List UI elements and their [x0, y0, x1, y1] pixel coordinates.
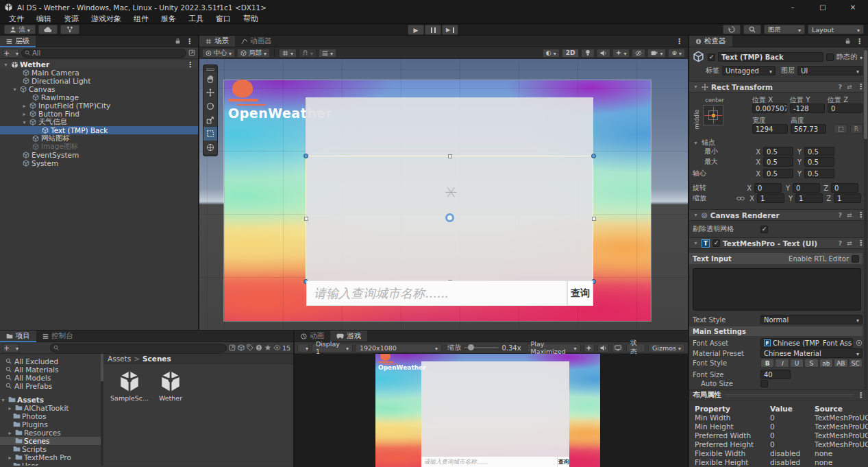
breadcrumb-root[interactable]: Assets: [108, 355, 131, 363]
rect-transform-header[interactable]: ▾ Rect Transform ?: [689, 81, 868, 93]
rect-tool-button[interactable]: [203, 127, 217, 141]
gameobject-big-icon[interactable]: [693, 51, 705, 63]
search-city-button[interactable]: 查询: [557, 457, 569, 467]
layout-properties-header[interactable]: 布局属性: [689, 390, 868, 400]
tree-item[interactable]: ▸Resources: [7, 429, 61, 437]
help-icon[interactable]: ?: [839, 84, 842, 91]
tree-item[interactable]: Plugins: [13, 420, 48, 429]
play-maximized-dropdown[interactable]: Play Maximized: [527, 344, 581, 352]
pause-button[interactable]: [425, 25, 441, 35]
hierarchy-item[interactable]: EventSystem: [0, 151, 198, 159]
collapse-arrow-icon[interactable]: ▸: [7, 405, 13, 411]
raw-edit-button[interactable]: R: [850, 124, 863, 134]
object-name-field[interactable]: Text (TMP) Back: [718, 52, 823, 62]
menu-services[interactable]: 服务: [155, 14, 182, 24]
collapse-arrow-icon[interactable]: ▸: [21, 103, 27, 109]
object-picker-icon[interactable]: [856, 339, 863, 346]
width-field[interactable]: 1294: [752, 124, 788, 134]
selection-edge-handle[interactable]: [448, 154, 452, 158]
hierarchy-item[interactable]: ▸InputField (TMP)City: [0, 101, 198, 110]
anchor-min-x-field[interactable]: 0.5: [763, 147, 793, 156]
close-button[interactable]: ×: [838, 0, 868, 14]
selection-handle[interactable]: [591, 154, 596, 158]
hierarchy-item[interactable]: 网站图标: [0, 134, 198, 143]
display-dropdown[interactable]: Display 1: [312, 344, 353, 352]
main-settings-subheader[interactable]: Main Settings: [689, 326, 863, 336]
tab-scene[interactable]: 场景: [199, 36, 235, 47]
tab-console[interactable]: 控制台: [36, 331, 79, 342]
expand-arrow-icon[interactable]: ▾: [3, 62, 9, 68]
font-asset-field[interactable]: F Chinese (TMP_Font Asset): [760, 338, 853, 348]
scene-visibility-button[interactable]: [632, 49, 645, 58]
hierarchy-item[interactable]: System: [0, 159, 198, 167]
pos-x-field[interactable]: 0.0075073: [752, 104, 787, 113]
hierarchy-item-selected[interactable]: Text (TMP) Back: [0, 126, 198, 134]
tree-item[interactable]: ▸AIChatTookit: [7, 404, 69, 412]
tree-item[interactable]: Scripts: [13, 445, 47, 453]
expand-arrow-icon[interactable]: ▾: [693, 240, 699, 246]
pos-z-field[interactable]: 0: [828, 104, 863, 113]
resolution-dropdown[interactable]: 1920x1080: [356, 344, 442, 352]
hidden-warning-icon[interactable]: [256, 344, 262, 351]
tree-item[interactable]: User: [13, 462, 38, 466]
hierarchy-item-disabled[interactable]: Image图标: [0, 143, 198, 151]
global-search-button[interactable]: [743, 25, 761, 34]
asset-labels-icon[interactable]: [247, 344, 253, 351]
static-checkbox[interactable]: [826, 53, 834, 61]
camera-settings-dropdown[interactable]: [647, 49, 666, 58]
anchor-max-y-field[interactable]: 0.5: [804, 157, 834, 167]
city-input-field[interactable]: 请输入查询城市名称......: [421, 457, 557, 467]
grid-snapping-dropdown[interactable]: [279, 49, 297, 58]
create-button[interactable]: +: [3, 49, 19, 58]
expand-arrow-icon[interactable]: ▾: [693, 84, 699, 90]
selection-handle[interactable]: [303, 154, 308, 158]
rotation-y-field[interactable]: 0: [793, 183, 820, 193]
overlay-drag-handle[interactable]: [203, 67, 217, 72]
account-button[interactable]: 流: [4, 25, 36, 34]
scene-options-icon[interactable]: [186, 60, 194, 69]
tab-inspector[interactable]: 检查器: [689, 36, 732, 47]
tree-item[interactable]: ▸TextMesh Pro: [7, 453, 71, 462]
hierarchy-item[interactable]: ▾天气信息: [0, 118, 198, 126]
play-focus-dropdown[interactable]: [297, 344, 309, 352]
cull-transparent-mesh-checkbox[interactable]: [760, 226, 768, 233]
lock-icon[interactable]: [845, 38, 851, 45]
gizmos-dropdown[interactable]: Gizmos: [648, 344, 685, 352]
tool-handle-space-dropdown[interactable]: 局部: [237, 49, 270, 58]
stats-button[interactable]: 状态: [626, 344, 645, 352]
hierarchy-search-text[interactable]: All: [32, 49, 40, 57]
collapse-arrow-icon[interactable]: ▸: [21, 111, 27, 117]
hierarchy-item[interactable]: Directional Light: [0, 77, 198, 85]
game-viewport[interactable]: OpenWeather 请输入查询城市名称...... 查询: [295, 354, 688, 467]
hierarchy-item[interactable]: Main Camera: [0, 69, 198, 77]
scale-slider-thumb[interactable]: [468, 344, 474, 350]
tab-hierarchy[interactable]: 层级: [0, 36, 36, 47]
tmp-header[interactable]: ▾ T TextMeshPro - Text (UI) ?: [689, 237, 868, 249]
pivot-x-field[interactable]: 0.5: [763, 169, 793, 178]
scene-viewport[interactable]: OpenWeather 请输入查询城市名称......: [199, 59, 688, 330]
blueprint-mode-button[interactable]: [834, 124, 847, 134]
minimize-button[interactable]: –: [778, 0, 808, 14]
layers-dropdown[interactable]: 图层: [764, 25, 805, 34]
panel-menu-icon[interactable]: [186, 37, 193, 46]
scene-row[interactable]: ▾ Wether: [0, 60, 198, 69]
anchor-min-y-field[interactable]: 0.5: [804, 147, 834, 156]
presets-icon[interactable]: [846, 213, 853, 218]
menu-gameobject[interactable]: 游戏对象: [85, 14, 127, 24]
strikethrough-button[interactable]: S: [804, 359, 818, 368]
menu-window[interactable]: 窗口: [210, 14, 237, 24]
rotate-tool-button[interactable]: [203, 99, 217, 113]
italic-button[interactable]: I: [775, 359, 789, 368]
move-snap-dropdown[interactable]: [299, 49, 317, 58]
favorite-item[interactable]: All Excluded: [5, 357, 58, 366]
expand-arrow-icon[interactable]: ▾: [21, 119, 27, 125]
panel-menu-icon[interactable]: [856, 37, 863, 46]
tab-animation[interactable]: 动画: [295, 331, 330, 342]
expand-arrow-icon[interactable]: ▾: [12, 86, 18, 93]
rotation-z-field[interactable]: 0: [831, 183, 858, 193]
expand-arrow-icon[interactable]: ▾: [693, 140, 699, 146]
play-button[interactable]: ▶: [408, 25, 424, 35]
hierarchy-item[interactable]: ▸Button Find: [0, 110, 198, 118]
hand-tool-button[interactable]: [203, 72, 217, 86]
pivot-handle[interactable]: [445, 213, 454, 222]
